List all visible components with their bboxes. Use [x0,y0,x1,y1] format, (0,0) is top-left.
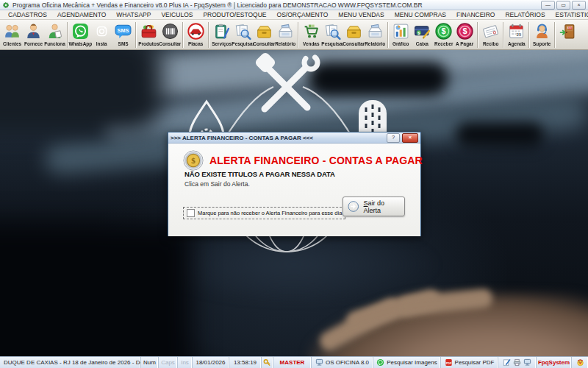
toolbar-label: Suporte [533,41,551,46]
status-user: MASTER [273,357,312,368]
toolbar-relatorio-vendas[interactable]: Relatório [365,21,386,49]
status-bar: DUQUE DE CAXIAS - RJ 18 de Janeiro de 20… [0,356,588,368]
car-plate-icon [187,22,205,40]
search-documents-icon [323,22,342,40]
key-icon [263,358,271,367]
search-pdf-label: Pesquisar PDF [455,359,495,366]
menu-cadastros[interactable]: CADASTROS [3,11,52,18]
menu-financeiro[interactable]: FINANCEIRO [451,11,500,18]
toolbar-separator [477,22,478,48]
dialog-help-button[interactable]: ? [387,133,400,143]
status-location: DUQUE DE CAXIAS - RJ 18 de Janeiro de 20… [0,357,141,368]
pen-document-icon[interactable] [503,358,511,367]
dialog-title: >>> ALERTA FINANCEIRO - CONTAS A PAGAR <… [171,135,384,141]
toolbar-placas[interactable]: Placas [185,21,207,49]
report-printer-icon [366,22,384,40]
toolbar-separator [387,22,389,48]
toolbar-agenda[interactable]: Agenda [506,21,527,49]
receive-coin-icon [434,22,453,40]
toolbar-label: SMS [118,41,129,46]
toolbar-label: A Pagar [456,41,473,46]
close-button[interactable]: × [572,1,586,10]
toolbar-pesquisar-os[interactable]: Pesquisar [232,21,254,49]
toolbar-suporte[interactable]: Suporte [531,21,553,49]
status-key-panel [262,357,273,368]
sales-cart-icon [302,22,320,40]
toolbar-sms[interactable]: SMS [112,21,134,49]
toolbar-label: Consultar [253,41,275,46]
toolbar-servicos[interactable]: Serviços [211,21,232,49]
toolbar-produtos[interactable]: Produtos [138,21,159,49]
toolbar-consultar-os[interactable]: Consultar [254,21,275,49]
toolbar-funciona[interactable]: Funciona [44,21,65,49]
suppress-alert-checkbox[interactable] [187,209,195,217]
toolbar-separator [298,22,299,48]
dialog-title-bar[interactable]: >>> ALERTA FINANCEIRO - CONTAS A PAGAR <… [168,132,420,144]
toolbar-label: Pesquisar [232,41,254,46]
suppress-alert-checkbox-row[interactable]: Marque para não receber o Alerta Finance… [183,207,345,219]
calendar-icon [507,22,526,40]
toolbar-sair[interactable] [557,21,578,49]
dialog-close-button[interactable]: × [402,133,418,143]
drawer-icon [345,22,363,40]
toolbar-label: Pesquisar [321,41,344,46]
status-search-pdf[interactable]: Pesquisar PDF [441,357,498,368]
menu-os-orcamento[interactable]: OS/ORÇAMENTO [272,11,334,18]
toolbar-clientes[interactable]: Clientes [1,21,23,49]
menu-menu-vendas[interactable]: MENU VENDAS [333,11,389,18]
status-search-images[interactable]: Pesquisar Imagens [373,357,441,368]
toolbar-label: Produtos [138,41,159,46]
coin-icon [183,150,204,171]
title-bar: Programa Oficina Mecânica + Vendas e Fin… [0,0,588,10]
menu-whatsapp[interactable]: WHATSAPP [111,11,156,18]
toolbar-whatsapp[interactable]: WhatsApp [70,21,91,49]
chart-icon [392,22,410,40]
sair-do-alerta-button[interactable]: Sair do Alerta [343,197,405,216]
toolbar-fornece[interactable]: Fornece [23,21,44,49]
toolbar-consultar-vendas[interactable]: Consultar [343,21,365,49]
status-os-panel: OS OFICINA 8.0 [312,357,373,368]
toolbar-insta[interactable]: Insta [91,21,112,49]
toolbar-a-pagar[interactable]: A Pagar [454,21,476,49]
toolbar-label: Insta [96,41,107,46]
status-date: 18/01/2026 [193,357,229,368]
toolbar-label: Gráfico [392,41,409,46]
toolbar-label: Caixa [416,41,429,46]
toolbar-receber[interactable]: Receber [433,21,454,49]
pdf-icon [445,358,453,367]
menu-estatistica[interactable]: ESTATISTICA [551,11,588,18]
toolbar-grafico[interactable]: Gráfico [390,21,412,49]
status-insert: Ins [178,357,193,368]
toolbar-pesquisar-vendas[interactable]: Pesquisar [322,21,343,49]
monitor-icon[interactable] [523,358,531,367]
support-icon [533,22,551,40]
application-window: Programa Oficina Mecânica + Vendas e Fin… [0,0,588,368]
toolbar-relatorio-os[interactable]: Relatório [275,21,296,49]
menu-veiculos[interactable]: VEICULOS [156,11,198,18]
search-images-label: Pesquisar Imagens [387,359,437,366]
minimize-button[interactable]: — [541,1,555,10]
dialog-hint: Clica em Sair do Alerta. [184,180,250,188]
toolbar-label: Relatório [276,41,296,46]
services-clipboard-icon [212,22,231,40]
toolbar-caixa[interactable]: Caixa [412,21,433,49]
exit-door-icon [559,22,577,40]
toolbar-consultar-produtos[interactable]: Consultar [159,21,181,49]
status-caps-lock: Caps [159,357,178,368]
printer-icon[interactable] [513,358,521,367]
toolbar-label: Relatório [365,41,386,46]
toolbar-separator [208,22,209,48]
toolbar-vendas[interactable]: Vendas [301,21,322,49]
toolbar-label: Fornece [24,41,43,46]
menu-agendamento[interactable]: AGENDAMENTO [52,11,111,18]
menu-menu-compras[interactable]: MENU COMPRAS [390,11,451,18]
dialog-body: ALERTA FINANCEIRO - CONTAS A PAGAR NÃO E… [168,144,420,236]
maximize-button[interactable]: ▭ [556,1,570,10]
menu-produto-estoque[interactable]: PRODUTO/ESTOQUE [198,11,271,18]
status-brand: FpqSystem [537,357,572,368]
employee-icon [46,22,64,40]
toolbar-recibo[interactable]: Recibo [480,21,501,49]
menu-relatorios[interactable]: RELATÓRIOS [500,11,550,18]
sair-button-label: Sair do Alerta [364,199,400,214]
toolbar-label: Vendas [303,41,320,46]
